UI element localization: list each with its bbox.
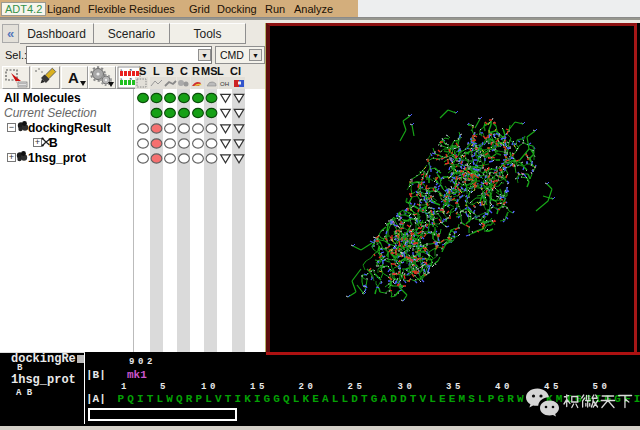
svg-text:A: A xyxy=(68,69,79,86)
svg-text:1 5: 1 5 xyxy=(120,77,133,81)
svg-text:1 5: 1 5 xyxy=(120,68,133,72)
